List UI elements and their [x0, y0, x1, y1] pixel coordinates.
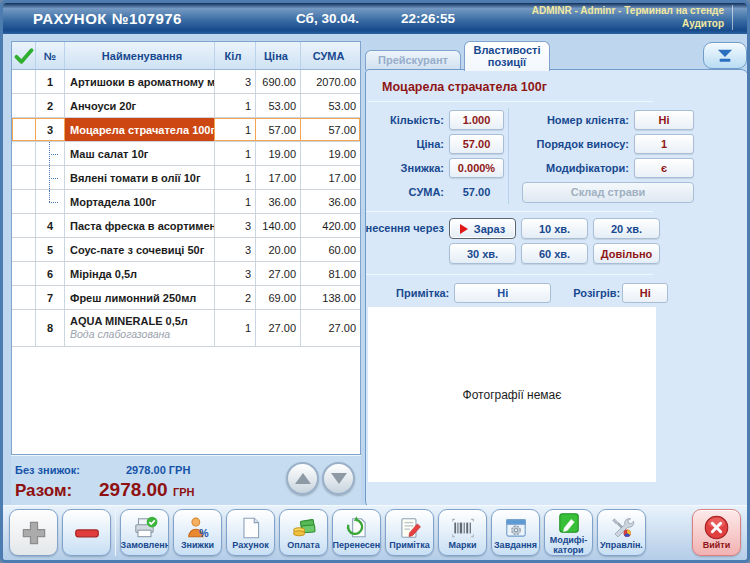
- field-value-box[interactable]: Ні: [634, 110, 694, 130]
- row-num: 5: [36, 238, 65, 261]
- toolbar-button-label: Марки: [448, 541, 476, 551]
- toolbar-button-label: Модифі- катори: [550, 536, 588, 555]
- field-value-box[interactable]: є: [634, 158, 694, 178]
- note-button[interactable]: Примітка: [385, 509, 434, 556]
- reheat-label: Розігрів:: [573, 287, 620, 299]
- toolbar-button-label: Замовлення: [121, 541, 169, 551]
- total-value: 2978.00 ГРН: [99, 479, 195, 501]
- table-row[interactable]: 8AQUA MINERALE 0,5лВода слабогазована127…: [12, 310, 360, 347]
- tab-item-properties[interactable]: Властивості позиції: [464, 41, 550, 71]
- row-price: 36.00: [256, 190, 301, 213]
- table-row[interactable]: Вялені томати в олії 10г117.0017.00: [12, 166, 360, 190]
- add-button[interactable]: [9, 509, 58, 556]
- toolbar-button-label: Знижки: [181, 541, 214, 551]
- row-sum: 27.00: [301, 310, 360, 346]
- dish-composition-button[interactable]: Склад страви: [522, 182, 694, 203]
- pos-window: РАХУНОК №107976 Сб, 30.04. 22:26:55 ADMI…: [0, 0, 750, 563]
- serve-option-button[interactable]: 20 хв.: [593, 218, 660, 239]
- tasks-button[interactable]: Завдання: [491, 509, 540, 556]
- serve-option-button[interactable]: Зараз: [449, 218, 516, 239]
- row-sum: 36.00: [301, 190, 360, 213]
- transfer-button[interactable]: Перенесення: [332, 509, 381, 556]
- field-label: Модифікатори:: [517, 162, 629, 174]
- tree-connector-stub: [49, 154, 58, 155]
- table-row[interactable]: Мортадела 100г136.0036.00: [12, 190, 360, 214]
- fields-left-column: Кількість:1.000Ціна:57.00Знижка:0.000%СУ…: [368, 108, 508, 204]
- row-num: 3: [36, 118, 65, 141]
- remove-button[interactable]: [62, 509, 111, 556]
- serve-option-button[interactable]: 30 хв.: [449, 243, 516, 264]
- row-name: Паста фреска в асортименті: [65, 214, 215, 237]
- play-icon: [460, 224, 468, 234]
- collapse-panel-button[interactable]: [703, 42, 747, 69]
- row-check-cell: [12, 286, 36, 309]
- marks-button[interactable]: Марки: [438, 509, 487, 556]
- field-row: Знижка:0.000%: [368, 156, 508, 180]
- barcode-icon: [449, 515, 477, 541]
- toolbar-button-label: Примітка: [389, 541, 430, 551]
- table-row[interactable]: 3Моцарела страчатела 100г157.0057.00: [12, 118, 360, 142]
- row-price: 19.00: [256, 142, 301, 165]
- col-header-name: Найменування: [65, 42, 215, 69]
- scroll-down-button[interactable]: [322, 462, 355, 495]
- field-value-box[interactable]: 1.000: [449, 110, 504, 130]
- modifiers-button[interactable]: Модифі- катори: [544, 509, 593, 556]
- row-qty: 2: [215, 286, 256, 309]
- table-row[interactable]: 5Соус-пате з сочевиці 50г320.0060.00: [12, 238, 360, 262]
- table-row[interactable]: 6Мірінда 0,5л327.0081.00: [12, 262, 360, 286]
- session-info: ADMINR - Adminr - Терминал на стенде Ауд…: [532, 5, 733, 30]
- svg-text:%: %: [199, 526, 209, 538]
- item-photo-area: Фотографії немає: [368, 307, 656, 482]
- table-row[interactable]: Маш салат 10г119.0019.00: [12, 142, 360, 166]
- row-qty: 1: [215, 118, 256, 141]
- row-sum: 60.00: [301, 238, 360, 261]
- person-percent-icon: %: [185, 515, 211, 541]
- field-value-box[interactable]: 0.000%: [449, 158, 504, 178]
- row-qty: 1: [215, 310, 256, 346]
- payment-button[interactable]: Оплата: [279, 509, 328, 556]
- row-sum: 138.00: [301, 286, 360, 309]
- order-table-header: № Найменування Кіл Ціна СУМА: [12, 42, 360, 70]
- row-qty: 1: [215, 190, 256, 213]
- plus-icon: [19, 518, 49, 548]
- field-row: Модифікатори:є: [517, 156, 748, 180]
- row-qty: 3: [215, 214, 256, 237]
- tree-connector-stub: [49, 202, 58, 203]
- serve-after-label: Внесення через:: [366, 222, 444, 264]
- serve-after-section: Внесення через: Зараз10 хв.20 хв.30 хв.6…: [366, 218, 748, 264]
- field-value-box[interactable]: 57.00: [449, 134, 504, 154]
- reheat-value-button[interactable]: Ні: [622, 283, 668, 303]
- note-row: Примітка: Ні Розігрів: Ні: [366, 281, 748, 305]
- field-value-box[interactable]: 1: [634, 134, 694, 154]
- table-row[interactable]: 1Артишоки в ароматному маринаді 13690.00…: [12, 70, 360, 94]
- serve-option-button[interactable]: Довільно: [593, 243, 660, 264]
- title-bar: РАХУНОК №107976 Сб, 30.04. 22:26:55 ADMI…: [3, 3, 747, 34]
- row-name: Анчоуси 20г: [65, 94, 215, 117]
- field-row: Ціна:57.00: [368, 132, 508, 156]
- serve-option-button[interactable]: 60 хв.: [521, 243, 588, 264]
- orders-button[interactable]: Замовлення: [120, 509, 169, 556]
- note-value-button[interactable]: Ні: [454, 283, 551, 303]
- row-num: 8: [36, 310, 65, 346]
- row-price: 20.00: [256, 238, 301, 261]
- scroll-up-button[interactable]: [286, 462, 319, 495]
- row-num: 1: [36, 70, 65, 93]
- col-header-qty: Кіл: [215, 42, 256, 69]
- table-row[interactable]: 4Паста фреска в асортименті3140.00420.00: [12, 214, 360, 238]
- col-header-num: №: [36, 42, 65, 69]
- row-name: Маш салат 10г: [65, 142, 215, 165]
- bill-button[interactable]: Рахунок: [226, 509, 275, 556]
- serve-option-button[interactable]: 10 хв.: [521, 218, 588, 239]
- photo-placeholder-text: Фотографії немає: [463, 388, 562, 402]
- field-row: Номер клієнта:Ні: [517, 108, 748, 132]
- tab-pricelist[interactable]: Прейскурант: [365, 50, 461, 70]
- row-num: [36, 142, 65, 165]
- table-row[interactable]: 2Анчоуси 20г153.0053.00: [12, 94, 360, 118]
- row-name: Артишоки в ароматному маринаді 1: [65, 70, 215, 93]
- manage-button[interactable]: Управлін.: [597, 509, 646, 556]
- order-table-body: 1Артишоки в ароматному маринаді 13690.00…: [12, 70, 360, 454]
- table-row[interactable]: 7Фреш лимонний 250мл269.00138.00: [12, 286, 360, 310]
- exit-button[interactable]: Вийти: [692, 509, 741, 556]
- discounts-button[interactable]: %Знижки: [173, 509, 222, 556]
- selected-item-title: Моцарела страчатела 100г: [366, 80, 748, 94]
